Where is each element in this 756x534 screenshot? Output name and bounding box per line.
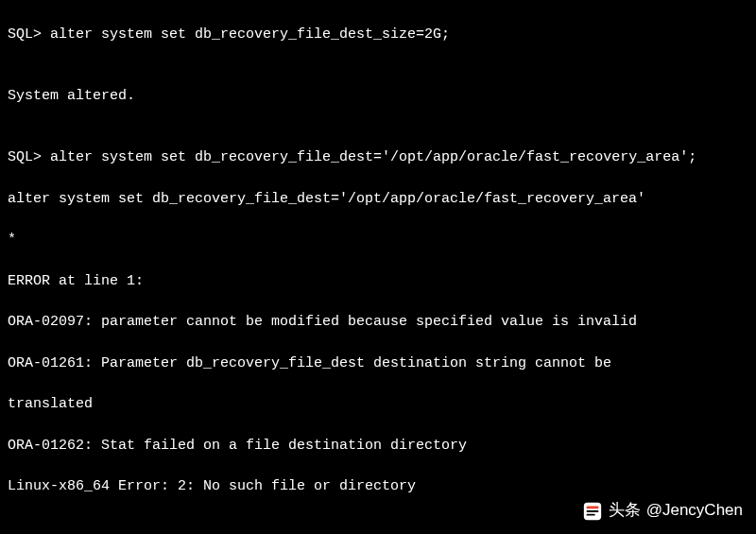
sql-prompt: SQL>	[8, 149, 42, 165]
watermark-handle: @JencyChen	[646, 499, 743, 523]
command-text: alter system set db_recovery_file_dest='…	[50, 149, 696, 165]
watermark: 头条 @JencyChen	[582, 499, 743, 523]
svg-rect-3	[586, 513, 594, 515]
echo-line: alter system set db_recovery_file_dest='…	[8, 189, 748, 210]
command-text: alter system set db_recovery_file_dest_s…	[50, 26, 450, 43]
sql-prompt: SQL>	[8, 26, 42, 43]
response-line: System altered.	[8, 86, 748, 107]
toutiao-icon	[582, 501, 603, 522]
error-line: translated	[8, 394, 748, 415]
command-line: SQL> alter system set db_recovery_file_d…	[8, 25, 748, 45]
error-line: Linux-x86_64 Error: 2: No such file or d…	[8, 476, 748, 497]
error-line: ORA-01262: Stat failed on a file destina…	[8, 436, 748, 456]
watermark-prefix: 头条	[609, 499, 641, 523]
error-marker: *	[8, 230, 748, 250]
svg-rect-1	[586, 506, 598, 508]
error-line: ORA-02097: parameter cannot be modified …	[8, 312, 748, 333]
terminal-output[interactable]: SQL> alter system set db_recovery_file_d…	[8, 4, 748, 534]
error-line: ERROR at line 1:	[8, 271, 748, 292]
error-line: ORA-01261: Parameter db_recovery_file_de…	[8, 353, 748, 374]
svg-rect-2	[586, 510, 598, 512]
command-line: SQL> alter system set db_recovery_file_d…	[8, 147, 748, 168]
